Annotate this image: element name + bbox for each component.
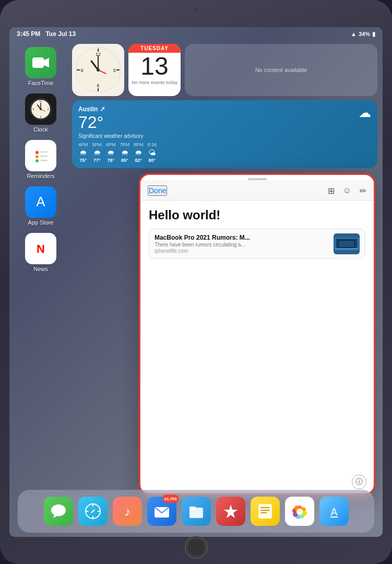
weather-left: Austin ↗ 72° xyxy=(78,105,105,132)
weather-hour-4: 8PM 🌧 82° xyxy=(134,142,144,163)
note-link-thumbnail xyxy=(334,233,360,254)
clock-label: Clock xyxy=(33,126,48,133)
weather-right: ☁ xyxy=(359,105,371,120)
app-reminders[interactable]: Reminders xyxy=(15,140,67,179)
empty-widget-text: No content available xyxy=(255,67,307,73)
weather-hourly: 4PM 🌧 75° 5PM 🌧 77° 6PM 🌧 78° xyxy=(78,142,371,163)
svg-rect-50 xyxy=(189,507,196,510)
facetime-icon xyxy=(25,47,56,78)
cal-day-name: TUESDAY xyxy=(128,44,181,53)
calendar-widget: TUESDAY 13 No more events today xyxy=(128,44,181,96)
compose-icon[interactable]: ✏ xyxy=(360,186,366,196)
dock: ♪ 43,759 xyxy=(18,490,374,533)
svg-rect-0 xyxy=(32,57,44,68)
svg-marker-51 xyxy=(224,504,237,518)
reminders-icon xyxy=(25,140,56,171)
svg-text:6: 6 xyxy=(97,83,99,88)
weather-advisory: Significant weather advisory xyxy=(78,133,371,139)
app-appstore[interactable]: A App Store xyxy=(15,186,67,226)
svg-point-64 xyxy=(296,509,303,515)
clock-widget: 12 6 3 9 xyxy=(72,44,124,96)
cloud-icon: ☁ xyxy=(359,105,371,120)
svg-point-15 xyxy=(35,159,39,162)
grid-icon[interactable]: ⊞ xyxy=(328,186,335,196)
weather-temp: 72° xyxy=(78,113,105,132)
svg-rect-53 xyxy=(260,507,270,508)
dock-music[interactable]: ♪ xyxy=(113,497,142,526)
dock-mail[interactable]: 43,759 xyxy=(147,497,176,526)
weather-hour-0: 4PM 🌧 75° xyxy=(78,142,88,163)
note-link-title: MacBook Pro 2021 Rumors: M... xyxy=(155,234,328,241)
note-title: Hello world! xyxy=(149,208,365,222)
music-dock-icon: ♪ xyxy=(113,497,142,526)
mail-badge: 43,759 xyxy=(162,495,178,503)
note-toolbar: Done ⊞ ☺ ✏ xyxy=(140,180,374,201)
app-clock[interactable]: 12 3 6 9 Clock xyxy=(15,93,67,133)
notes-dock-icon xyxy=(251,497,280,526)
facetime-label: FaceTime xyxy=(28,80,54,86)
svg-rect-54 xyxy=(260,510,270,511)
svg-rect-52 xyxy=(258,504,272,519)
svg-rect-40 xyxy=(335,248,358,249)
note-info-icon[interactable]: ⓘ xyxy=(352,475,366,489)
app-facetime[interactable]: FaceTime xyxy=(15,47,67,86)
svg-rect-17 xyxy=(40,156,47,157)
dock-photos[interactable] xyxy=(285,497,314,526)
svg-text:N: N xyxy=(37,242,45,255)
svg-marker-46 xyxy=(90,509,96,514)
empty-widget: No content available xyxy=(185,44,377,96)
svg-point-11 xyxy=(40,108,42,110)
svg-text:A: A xyxy=(36,194,45,209)
weather-hour-1: 5PM 🌧 77° xyxy=(92,142,102,163)
status-right: ▲ 34% ▮ xyxy=(351,31,375,38)
note-link-domain: iphonelife.com xyxy=(155,248,328,254)
weather-hour-5: 8:34 🌤 80° xyxy=(148,142,157,163)
svg-text:3: 3 xyxy=(113,68,115,73)
svg-text:9: 9 xyxy=(80,68,83,73)
screen: 3:45 PM Tue Jul 13 ▲ 34% ▮ xyxy=(9,27,383,537)
svg-rect-55 xyxy=(260,512,267,513)
weather-hour-2: 6PM 🌧 78° xyxy=(106,142,116,163)
svg-point-14 xyxy=(35,155,39,158)
clock-icon: 12 3 6 9 xyxy=(25,93,56,125)
news-label: News xyxy=(33,266,48,272)
svg-text:A: A xyxy=(330,506,338,518)
note-toolbar-icons: ⊞ ☺ ✏ xyxy=(328,186,366,196)
dock-files[interactable] xyxy=(182,497,211,526)
camera-dot xyxy=(194,7,198,11)
emoji-icon[interactable]: ☺ xyxy=(343,186,351,196)
note-link-info: MacBook Pro 2021 Rumors: M... There have… xyxy=(155,234,328,254)
news-icon: N xyxy=(25,233,56,264)
svg-rect-39 xyxy=(339,241,354,247)
dock-appstore2[interactable]: A xyxy=(319,497,349,526)
status-bar: 3:45 PM Tue Jul 13 ▲ 34% ▮ xyxy=(9,27,383,40)
battery-display: 34% xyxy=(359,31,370,37)
svg-text:12: 12 xyxy=(39,99,42,102)
home-button[interactable] xyxy=(185,536,208,559)
messages-dock-icon xyxy=(44,497,73,526)
wifi-icon: ▲ xyxy=(351,31,357,37)
note-done-button[interactable]: Done xyxy=(148,185,167,196)
note-link-desc: There have been rumors circulating a... xyxy=(155,242,328,248)
weather-location: Austin ↗ xyxy=(78,105,105,113)
note-content: Hello world! MacBook Pro 2021 Rumors: M.… xyxy=(140,201,374,471)
location-text: Austin xyxy=(78,105,98,113)
safari-dock-icon xyxy=(78,497,108,526)
weather-hour-3: 7PM 🌧 85° xyxy=(120,142,130,163)
weather-top: Austin ↗ 72° ☁ xyxy=(78,105,371,132)
battery-icon: ▮ xyxy=(372,31,375,38)
svg-point-34 xyxy=(97,68,100,72)
appstore2-dock-icon: A xyxy=(319,497,349,526)
files-dock-icon xyxy=(182,497,211,526)
dock-notes[interactable] xyxy=(251,497,280,526)
svg-rect-18 xyxy=(40,160,47,161)
dock-spark[interactable] xyxy=(216,497,245,526)
spark-dock-icon xyxy=(216,497,245,526)
note-link-card[interactable]: MacBook Pro 2021 Rumors: M... There have… xyxy=(149,229,365,259)
app-news[interactable]: N News xyxy=(15,233,67,272)
dock-safari[interactable] xyxy=(78,497,108,526)
dock-messages[interactable] xyxy=(44,497,73,526)
photos-dock-icon xyxy=(285,497,314,526)
home-button-inner xyxy=(187,538,206,557)
svg-text:6: 6 xyxy=(40,115,42,119)
